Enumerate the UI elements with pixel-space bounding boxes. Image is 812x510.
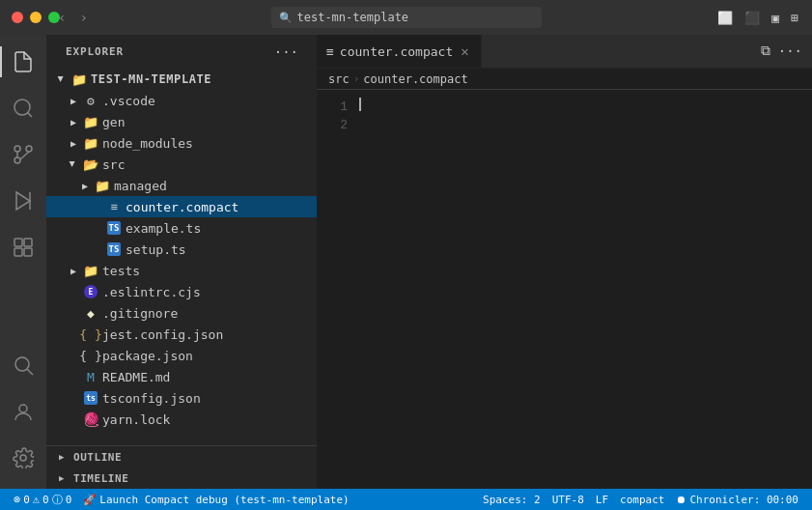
editor-scrollbar[interactable] — [798, 90, 812, 489]
section-timeline-label: TIMELINE — [73, 472, 128, 485]
code-area[interactable] — [355, 90, 798, 489]
status-errors[interactable]: ⊗ 0 ⚠ 0 ⓘ 0 — [8, 489, 77, 510]
breadcrumb-src[interactable]: src — [328, 72, 350, 86]
file-tree: ▶ 📁 TEST-MN-TEMPLATE ▶ ⚙ .vscode ▶ 📁 gen… — [46, 69, 317, 445]
activity-item-settings[interactable] — [0, 435, 46, 481]
example-ts-icon: TS — [106, 220, 122, 236]
window-minimize-button[interactable] — [30, 12, 42, 23]
node-modules-label: node_modules — [102, 136, 193, 151]
tree-item-counter-compact[interactable]: ▶ ≡ counter.compact — [46, 196, 317, 217]
forward-button[interactable]: › — [75, 8, 91, 27]
svg-point-3 — [14, 157, 20, 163]
info-icon: ⓘ — [52, 493, 63, 507]
info-count: 0 — [66, 494, 72, 506]
tree-item-jest-config[interactable]: ▶ { } jest.config.json — [46, 324, 317, 345]
tree-item-node-modules[interactable]: ▶ 📁 node_modules — [46, 132, 317, 154]
readme-icon: M — [83, 369, 98, 384]
breadcrumb-counter-compact[interactable]: counter.compact — [363, 72, 467, 86]
tab-close-button[interactable]: ✕ — [459, 42, 470, 60]
customize-layout-button[interactable]: ⊞ — [789, 9, 800, 27]
split-editor-button[interactable]: ⧉ — [759, 41, 772, 61]
managed-icon: 📁 — [95, 178, 110, 193]
editor-content[interactable]: 1 2 — [317, 90, 812, 489]
toggle-panel-button[interactable]: ⬛ — [742, 9, 762, 27]
tests-arrow: ▶ — [66, 263, 81, 278]
tree-root-arrow: ▶ — [54, 71, 70, 87]
svg-point-4 — [26, 146, 32, 152]
status-line-ending[interactable]: LF — [590, 489, 614, 510]
status-language[interactable]: compact — [614, 489, 670, 510]
tree-item-example-ts[interactable]: ▶ TS example.ts — [46, 217, 317, 239]
tree-item-readme[interactable]: ▶ M README.md — [46, 366, 317, 387]
yarn-lock-icon: 🧶 — [83, 411, 98, 427]
code-line-2 — [359, 111, 798, 129]
tree-item-gen[interactable]: ▶ 📁 gen — [46, 111, 317, 132]
toggle-primary-sidebar-button[interactable]: ⬜ — [715, 9, 735, 27]
status-encoding[interactable]: UTF-8 — [546, 489, 590, 510]
tree-item-vscode[interactable]: ▶ ⚙ .vscode — [46, 90, 317, 111]
tab-bar: ≡ counter.compact ✕ ⧉ ··· — [317, 35, 812, 69]
svg-point-2 — [14, 146, 20, 152]
svg-line-1 — [28, 113, 32, 117]
encoding-text: UTF-8 — [552, 494, 584, 506]
activity-item-explorer[interactable] — [0, 39, 46, 85]
status-spaces[interactable]: Spaces: 2 — [477, 489, 546, 510]
tree-root[interactable]: ▶ 📁 TEST-MN-TEMPLATE — [46, 69, 317, 90]
section-timeline[interactable]: ▶ TIMELINE — [46, 468, 317, 489]
gen-label: gen — [102, 115, 125, 129]
status-chronicle[interactable]: ⏺ Chronicler: 00:00 — [670, 489, 804, 510]
activity-item-source-control[interactable] — [0, 131, 46, 178]
root-folder-label: TEST-MN-TEMPLATE — [91, 72, 211, 86]
activity-item-search-bottom[interactable] — [0, 342, 46, 388]
svg-line-6 — [20, 152, 29, 159]
line-number-2: 2 — [317, 116, 348, 134]
search-icon: 🔍 — [279, 12, 293, 24]
status-bar: ⊗ 0 ⚠ 0 ⓘ 0 🚀 Launch Compact debug (test… — [0, 489, 812, 510]
tree-item-gitignore[interactable]: ▶ ◆ .gitignore — [46, 302, 317, 324]
line-number-1: 1 — [317, 98, 348, 116]
tree-item-setup-ts[interactable]: ▶ TS setup.ts — [46, 239, 317, 260]
error-icon: ⊗ — [14, 493, 20, 506]
gitignore-label: .gitignore — [102, 306, 178, 321]
tab-actions: ⧉ ··· — [751, 35, 812, 68]
status-git-branch[interactable]: 🚀 Launch Compact debug (test-mn-template… — [77, 489, 354, 510]
svg-point-13 — [15, 357, 29, 371]
vscode-arrow: ▶ — [66, 93, 81, 108]
breadcrumb: src › counter.compact — [317, 69, 812, 90]
activity-item-run[interactable] — [0, 178, 46, 224]
activity-item-search[interactable] — [0, 85, 46, 131]
vscode-label: .vscode — [102, 94, 155, 108]
tsconfig-icon: ts — [83, 390, 98, 406]
editor-area: ≡ counter.compact ✕ ⧉ ··· src › counter.… — [317, 35, 812, 489]
activity-item-extensions[interactable] — [0, 224, 46, 270]
activity-item-account[interactable] — [0, 388, 46, 435]
toggle-secondary-sidebar-button[interactable]: ▣ — [770, 9, 781, 27]
package-json-label: package.json — [102, 349, 193, 363]
activity-bottom — [0, 342, 46, 489]
back-button[interactable]: ‹ — [54, 8, 70, 27]
tree-item-managed[interactable]: ▶ 📁 managed — [46, 175, 317, 196]
tree-item-tests[interactable]: ▶ 📁 tests — [46, 260, 317, 281]
eslintrc-icon: E — [83, 284, 98, 299]
example-ts-label: example.ts — [126, 221, 201, 236]
search-bar[interactable]: 🔍 test-mn-template — [271, 7, 542, 28]
tree-item-src[interactable]: ▶ 📂 src — [46, 154, 317, 175]
section-outline[interactable]: ▶ OUTLINE — [46, 446, 317, 468]
tree-item-tsconfig[interactable]: ▶ ts tsconfig.json — [46, 387, 317, 409]
window-close-button[interactable] — [12, 12, 23, 23]
tree-item-eslintrc[interactable]: ▶ E .eslintrc.cjs — [46, 281, 317, 302]
git-branch-text: Launch Compact debug (test-mn-template) — [99, 494, 349, 506]
yarn-lock-label: yarn.lock — [102, 412, 170, 427]
more-actions-button[interactable]: ··· — [776, 42, 804, 61]
tree-item-yarn-lock[interactable]: ▶ 🧶 yarn.lock — [46, 409, 317, 430]
readme-label: README.md — [102, 370, 170, 384]
sidebar-more-actions[interactable]: ··· — [271, 42, 301, 62]
managed-label: managed — [114, 179, 167, 193]
tree-item-package-json[interactable]: ▶ { } package.json — [46, 345, 317, 366]
svg-point-15 — [19, 405, 27, 412]
svg-rect-9 — [14, 239, 22, 246]
tab-counter-compact[interactable]: ≡ counter.compact ✕ — [317, 35, 482, 68]
src-arrow: ▶ — [66, 156, 81, 172]
title-actions: ⬜ ⬛ ▣ ⊞ — [715, 9, 800, 27]
package-json-icon: { } — [83, 348, 98, 363]
